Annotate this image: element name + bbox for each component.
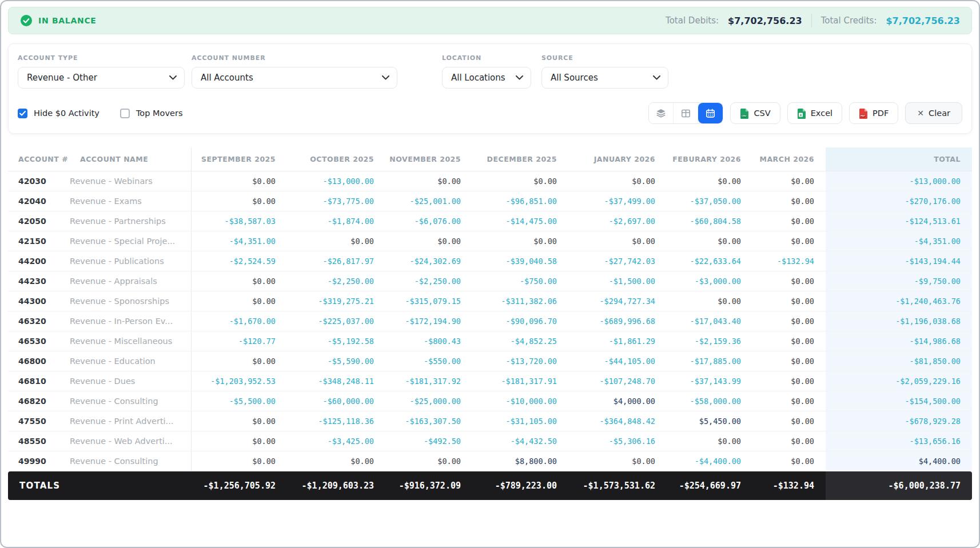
amount-cell: $0.00 xyxy=(752,431,826,451)
column-header-account-name: ACCOUNT NAME xyxy=(70,147,191,171)
hide-zero-activity-checkbox[interactable]: Hide $0 Activity xyxy=(18,109,99,118)
account-type-select[interactable]: Revenue - Other xyxy=(18,67,185,89)
amount-cell: $0.00 xyxy=(472,171,568,191)
amount-cell: -$5,500.00 xyxy=(191,391,287,411)
account-name-cell: Revenue - Consulting xyxy=(70,451,191,471)
table-row[interactable]: 42040Revenue - Exams$0.00-$73,775.00-$25… xyxy=(8,191,972,211)
column-total-cell: -$1,209,603.23 xyxy=(287,471,385,501)
layers-icon xyxy=(655,107,667,119)
table-row[interactable]: 46810Revenue - Dues-$1,203,952.53-$348,2… xyxy=(8,371,972,391)
column-total-cell: -$916,372.09 xyxy=(385,471,472,501)
amount-cell: $0.00 xyxy=(191,411,287,431)
export-pdf-button[interactable]: PDF PDF xyxy=(849,102,898,124)
export-csv-button[interactable]: CSV CSV xyxy=(730,102,780,124)
amount-cell: -$13,720.00 xyxy=(472,351,568,371)
column-header-october-2025: OCTOBER 2025 xyxy=(287,147,385,171)
clear-button[interactable]: ✕ Clear xyxy=(905,102,962,124)
total-credits-value: $7,702,756.23 xyxy=(886,15,960,26)
svg-text:PDF: PDF xyxy=(861,115,866,117)
column-header-march-2026: MARCH 2026 xyxy=(752,147,826,171)
checkbox-icon[interactable] xyxy=(18,109,27,118)
amount-cell: $0.00 xyxy=(752,351,826,371)
amount-cell: -$348,248.11 xyxy=(287,371,385,391)
checkbox-icon[interactable] xyxy=(120,109,130,118)
amount-cell: $0.00 xyxy=(385,231,472,251)
account-number-cell: 46810 xyxy=(8,371,70,391)
location-select[interactable]: All Locations xyxy=(442,67,531,89)
amount-cell: -$225,037.00 xyxy=(287,311,385,331)
amount-cell: $0.00 xyxy=(287,451,385,471)
account-number-cell: 42150 xyxy=(8,231,70,251)
export-excel-button[interactable]: x Excel xyxy=(787,102,842,124)
svg-text:CSV: CSV xyxy=(742,115,746,117)
amount-cell: $0.00 xyxy=(385,451,472,471)
column-total-cell: -$1,573,531.62 xyxy=(568,471,667,501)
table-row[interactable]: 44230Revenue - Appraisals$0.00-$2,250.00… xyxy=(8,271,972,291)
account-name-cell: Revenue - Dues xyxy=(70,371,191,391)
amount-cell: -$492.50 xyxy=(385,431,472,451)
table-row[interactable]: 46320Revenue - In-Person Ev...-$1,670.00… xyxy=(8,311,972,331)
amount-cell: -$58,000.00 xyxy=(667,391,752,411)
account-number-select[interactable]: All Accounts xyxy=(192,67,397,89)
amount-cell: -$4,852.25 xyxy=(472,331,568,351)
amount-cell: -$2,697.00 xyxy=(568,211,667,231)
amount-cell: -$31,105.00 xyxy=(472,411,568,431)
amount-cell: -$311,382.06 xyxy=(472,291,568,311)
source-select[interactable]: All Sources xyxy=(541,67,668,89)
source-value: All Sources xyxy=(551,73,598,83)
amount-cell: $0.00 xyxy=(752,371,826,391)
amount-cell: $0.00 xyxy=(191,451,287,471)
calendar-icon xyxy=(705,108,716,119)
calendar-view-button[interactable] xyxy=(698,103,723,123)
table-row[interactable]: 48550Revenue - Web Adverti...$0.00-$3,42… xyxy=(8,431,972,451)
amount-cell: -$163,307.50 xyxy=(385,411,472,431)
amount-cell: -$107,248.70 xyxy=(568,371,667,391)
accounts-table: ACCOUNT #ACCOUNT NAMESEPTEMBER 2025OCTOB… xyxy=(8,147,972,500)
amount-cell: $0.00 xyxy=(667,231,752,251)
column-header-december-2025: DECEMBER 2025 xyxy=(472,147,568,171)
account-number-cell: 44230 xyxy=(8,271,70,291)
amount-cell: -$2,524.59 xyxy=(191,251,287,271)
table-row[interactable]: 46820Revenue - Consulting-$5,500.00-$60,… xyxy=(8,391,972,411)
table-row[interactable]: 42150Revenue - Special Proje...-$4,351.0… xyxy=(8,231,972,251)
csv-file-icon: CSV xyxy=(740,108,749,119)
account-name-cell: Revenue - Webinars xyxy=(70,171,191,191)
account-name-cell: Revenue - Print Adverti... xyxy=(70,411,191,431)
amount-cell: -$800.43 xyxy=(385,331,472,351)
table-row[interactable]: 42050Revenue - Partnerships-$38,587.03-$… xyxy=(8,211,972,231)
source-label: SOURCE xyxy=(541,54,668,62)
amount-cell: -$17,043.40 xyxy=(667,311,752,331)
account-name-cell: Revenue - Consulting xyxy=(70,391,191,411)
amount-cell: -$181,317.92 xyxy=(385,371,472,391)
layers-view-button[interactable] xyxy=(649,103,674,123)
amount-cell: $0.00 xyxy=(667,431,752,451)
amount-cell: -$1,500.00 xyxy=(568,271,667,291)
table-row[interactable]: 42030Revenue - Webinars$0.00-$13,000.00$… xyxy=(8,171,972,191)
amount-cell: $0.00 xyxy=(385,171,472,191)
amount-cell: -$13,000.00 xyxy=(287,171,385,191)
account-number-cell: 47550 xyxy=(8,411,70,431)
amount-cell: -$37,499.00 xyxy=(568,191,667,211)
amount-cell: $0.00 xyxy=(191,291,287,311)
total-debits-value: $7,702,756.23 xyxy=(728,15,802,26)
amount-cell: -$1,874.00 xyxy=(287,211,385,231)
table-view-button[interactable] xyxy=(674,103,698,123)
table-row[interactable]: 44300Revenue - Sponosrships$0.00-$319,27… xyxy=(8,291,972,311)
excel-file-icon: x xyxy=(797,108,806,119)
table-row[interactable]: 47550Revenue - Print Adverti...$0.00-$12… xyxy=(8,411,972,431)
top-movers-checkbox[interactable]: Top Movers xyxy=(120,109,182,118)
amount-cell: -$6,076.00 xyxy=(385,211,472,231)
chevron-down-icon xyxy=(516,75,523,80)
table-row[interactable]: 46800Revenue - Education$0.00-$5,590.00-… xyxy=(8,351,972,371)
table-header: ACCOUNT #ACCOUNT NAMESEPTEMBER 2025OCTOB… xyxy=(8,147,972,171)
amount-cell: -$4,400.00 xyxy=(667,451,752,471)
amount-cell: $0.00 xyxy=(667,291,752,311)
amount-cell: -$1,203,952.53 xyxy=(191,371,287,391)
hide-zero-activity-label: Hide $0 Activity xyxy=(34,109,99,118)
table-row[interactable]: 49990Revenue - Consulting$0.00$0.00$0.00… xyxy=(8,451,972,471)
table-row[interactable]: 44200Revenue - Publications-$2,524.59-$2… xyxy=(8,251,972,271)
amount-cell: -$60,804.58 xyxy=(667,211,752,231)
top-movers-label: Top Movers xyxy=(136,109,182,118)
table-row[interactable]: 46530Revenue - Miscellaneous-$120.77-$5,… xyxy=(8,331,972,351)
column-header-september-2025: SEPTEMBER 2025 xyxy=(191,147,287,171)
